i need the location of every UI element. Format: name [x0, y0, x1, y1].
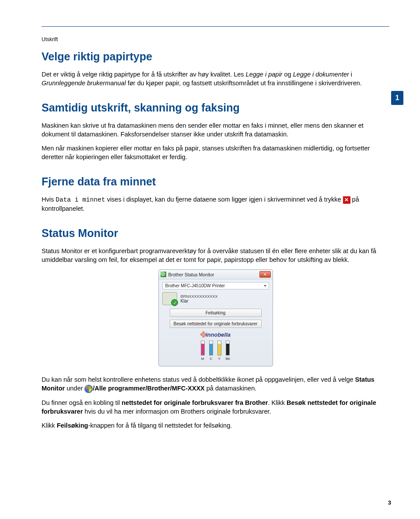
troubleshoot-button[interactable]: Feilsøking	[170, 309, 262, 317]
ink-yellow	[218, 344, 221, 355]
ink-magenta	[201, 344, 204, 355]
text: Du finner også en kobling til	[42, 399, 122, 406]
text: Du kan når som helst kontrollere enheten…	[42, 376, 355, 383]
display-text: Data i minnet	[56, 196, 105, 203]
section-label: Utskrift	[42, 36, 389, 42]
app-icon	[161, 272, 166, 277]
status-monitor-window: Brother Status Monitor ✕ Brother MFC-J45…	[158, 269, 273, 366]
text: hvis du vil ha mer informasjon om Brothe…	[83, 408, 271, 415]
supplies-button[interactable]: Besøk nettstedet for originale forbruksv…	[170, 320, 262, 328]
heading-status-monitor: Status Monitor	[42, 227, 389, 240]
heading-samtidig: Samtidig utskrift, skanning og faksing	[42, 101, 389, 114]
chapter-tab: 1	[391, 91, 403, 105]
text: på datamaskinen.	[205, 385, 257, 392]
windows-start-icon	[84, 385, 93, 393]
close-button[interactable]: ✕	[259, 271, 271, 278]
printer-ok-icon: ✓	[162, 292, 177, 305]
paragraph-troubleshoot: Klikk Feilsøking-knappen for å få tilgan…	[42, 421, 389, 430]
ink-y-label: Y	[218, 357, 220, 361]
printer-dropdown[interactable]: Brother MFC-J4510DW Printer	[162, 282, 269, 289]
paragraph-samtidig-2: Men når maskinen kopierer eller mottar e…	[42, 144, 389, 161]
heading-papirtype: Velge riktig papirtype	[42, 50, 389, 63]
ink-c-label: C	[210, 357, 212, 361]
text: og	[282, 71, 293, 78]
paragraph-control-status: Du kan når som helst kontrollere enheten…	[42, 375, 389, 393]
ink-levels: M C Y BK	[162, 341, 269, 362]
ref-legge-dokumenter: Legge i dokumenter	[293, 71, 349, 78]
innobella-logo: innobella	[162, 331, 269, 338]
cancel-x-icon: ✕	[343, 196, 350, 204]
text: i	[349, 71, 352, 78]
ref-brukermanual: Grunnleggende brukermanual	[42, 80, 126, 87]
ink-cyan	[210, 344, 213, 355]
status-label: Klar	[181, 299, 218, 303]
menu-path: /Alle programmer/Brother/MFC-XXXX	[93, 385, 204, 392]
heading-fjerne-data: Fjerne data fra minnet	[42, 175, 389, 188]
ink-black	[226, 344, 229, 355]
ref-legge-papir: Legge i papir	[246, 71, 283, 78]
paragraph-intro: Det er viktig å velge riktig papirtype f…	[42, 70, 389, 87]
text: -knappen for å få tilgang til nettstedet…	[88, 422, 232, 429]
paragraph-fjerne: Hvis Data i minnet vises i displayet, ka…	[42, 195, 389, 213]
text: Det er viktig å velge riktig papirtype f…	[42, 71, 246, 78]
link-supplies-site: nettstedet for originale forbruksvarer f…	[122, 399, 268, 406]
header-rule	[42, 26, 389, 27]
text: . Klikk	[268, 399, 287, 406]
logo-text: innobella	[206, 331, 231, 338]
window-titlebar: Brother Status Monitor ✕	[159, 270, 273, 279]
text: Hvis	[42, 196, 56, 203]
text: Klikk	[42, 422, 57, 429]
btn-troubleshoot-ref: Feilsøking	[57, 422, 88, 429]
serial-label: BRNXXXXXXXXXXX	[181, 294, 218, 299]
paragraph-status-intro: Status Monitor er et konfigurerbart prog…	[42, 247, 389, 264]
page-number: 3	[388, 499, 391, 506]
text: vises i displayet, kan du fjerne dataene…	[105, 196, 343, 203]
window-title: Brother Status Monitor	[168, 272, 257, 277]
text: før du kjøper papir, og fastsett utskrif…	[126, 80, 362, 87]
ink-m-label: M	[201, 357, 204, 361]
paragraph-supplies-link: Du finner også en kobling til nettstedet…	[42, 398, 389, 416]
text: under	[65, 385, 84, 392]
ink-bk-label: BK	[226, 357, 231, 361]
paragraph-samtidig-1: Maskinen kan skrive ut fra datamaskinen …	[42, 121, 389, 139]
